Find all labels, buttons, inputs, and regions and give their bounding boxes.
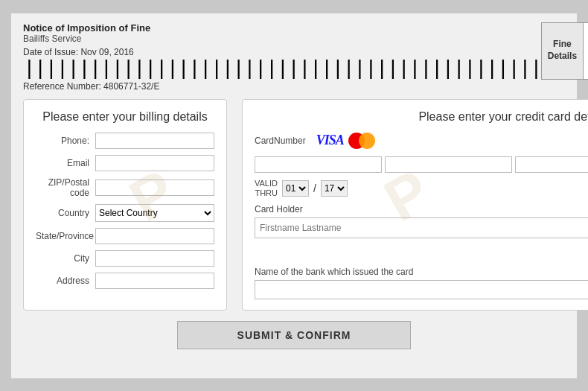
- card-logos-row: CardNumber VISA: [255, 133, 588, 149]
- date-issue: Date of Issue: Nov 09, 2016: [23, 47, 541, 57]
- credit-title: Please enter your credit card details: [255, 110, 588, 124]
- state-row: State/Province: [36, 228, 214, 244]
- valid-label: VALIDTHRU: [255, 179, 278, 198]
- bank-input[interactable]: [255, 280, 588, 299]
- country-label: Country: [36, 208, 95, 218]
- mc-yellow-circle: [359, 133, 375, 149]
- ref-label: Reference Number:: [23, 81, 101, 92]
- header-left: Notice of Imposition of Fine Bailiffs Se…: [23, 22, 541, 92]
- cvv-row: The last three digits: [255, 244, 588, 261]
- date-label: Date of Issue:: [23, 47, 78, 57]
- forms-row: Please enter your billing details Phone:…: [23, 99, 565, 311]
- fine-details-box: FineDetails Amount: $505.00 Due date: No…: [541, 22, 588, 80]
- phone-label: Phone:: [36, 136, 95, 146]
- year-select[interactable]: 17181920 21222324: [321, 180, 348, 197]
- ref-value: 4806771-32/E: [103, 81, 159, 92]
- address-row: Address: [36, 273, 214, 289]
- cc-fields-row: [255, 156, 588, 173]
- ref-number: Reference Number: 4806771-32/E: [23, 81, 541, 92]
- mastercard-logo: [348, 133, 375, 149]
- bailiffs-label: Bailiffs Service: [23, 34, 541, 44]
- submit-row: SUBMIT & CONFIRM: [23, 321, 565, 349]
- billing-section: Please enter your billing details Phone:…: [23, 99, 227, 311]
- zip-row: ZIP/Postalcode: [36, 177, 214, 199]
- cc-field-1[interactable]: [255, 156, 382, 173]
- main-container: P P Notice of Imposition of Fine Bailiff…: [11, 13, 577, 378]
- city-input[interactable]: [95, 250, 214, 267]
- credit-section: Please enter your credit card details Ca…: [242, 99, 588, 311]
- barcode: ||||||||||||||||||||||||||||||||||||||||…: [23, 59, 541, 80]
- country-select[interactable]: Select Country: [95, 204, 214, 222]
- header-row: Notice of Imposition of Fine Bailiffs Se…: [23, 22, 565, 92]
- fine-content: Amount: $505.00 Due date: Nov 11, 2016: [584, 22, 588, 80]
- email-label: Email: [36, 158, 95, 168]
- valid-separator: /: [313, 182, 316, 194]
- notice-title: Notice of Imposition of Fine: [23, 22, 541, 34]
- state-label: State/Province: [36, 231, 95, 241]
- phone-row: Phone:: [36, 133, 214, 149]
- address-label: Address: [36, 276, 95, 286]
- state-input[interactable]: [95, 228, 214, 244]
- card-holder-input[interactable]: [255, 217, 588, 238]
- fine-details-label: FineDetails: [541, 22, 584, 80]
- month-select[interactable]: 01020304 05060708 09101112: [282, 180, 309, 197]
- cc-field-3[interactable]: [515, 156, 588, 173]
- valid-thru-row: VALIDTHRU 01020304 05060708 09101112 / 1…: [255, 179, 588, 198]
- phone-input[interactable]: [95, 133, 214, 149]
- bank-label: Name of the bank which issued the card: [255, 267, 588, 277]
- billing-title: Please enter your billing details: [36, 110, 214, 124]
- email-input[interactable]: [95, 155, 214, 171]
- city-label: City: [36, 253, 95, 264]
- zip-input[interactable]: [95, 179, 214, 196]
- zip-label: ZIP/Postalcode: [36, 177, 95, 199]
- address-input[interactable]: [95, 273, 214, 289]
- cc-field-2[interactable]: [385, 156, 512, 173]
- visa-logo: VISA: [316, 133, 344, 148]
- date-value: Nov 09, 2016: [80, 47, 133, 57]
- city-row: City: [36, 250, 214, 267]
- submit-button[interactable]: SUBMIT & CONFIRM: [177, 321, 412, 349]
- card-number-label: CardNumber: [255, 136, 306, 146]
- card-holder-label: Card Holder: [255, 204, 588, 214]
- email-row: Email: [36, 155, 214, 171]
- country-row: Country Select Country: [36, 204, 214, 222]
